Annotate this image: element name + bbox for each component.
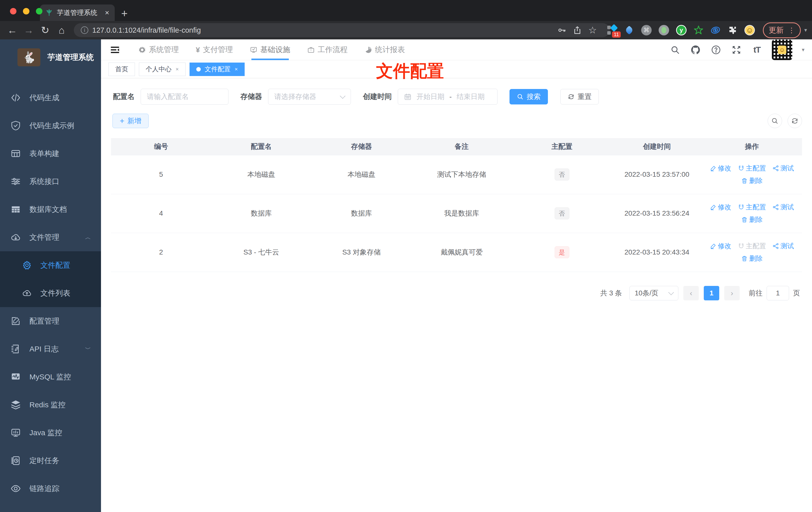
- password-key-icon[interactable]: [557, 26, 567, 35]
- reload-icon[interactable]: ↻: [38, 25, 52, 35]
- bookmark-star-icon[interactable]: ☆: [588, 25, 597, 36]
- command-extension-icon[interactable]: ⌘: [641, 25, 651, 35]
- reset-button[interactable]: 重置: [560, 89, 599, 104]
- menu-reports[interactable]: 统计报表: [356, 39, 413, 60]
- sidebar-item-java-monitor[interactable]: Java 监控: [0, 419, 101, 447]
- tab-manager-extension-icon[interactable]: 11: [607, 25, 617, 35]
- sidebar-item-code-example[interactable]: 代码生成示例: [0, 112, 101, 140]
- master-action[interactable]: 主配置: [738, 164, 766, 173]
- sidebar-item-api-log[interactable]: API 日志 ﹀: [0, 335, 101, 363]
- trash-icon: [741, 255, 748, 262]
- close-window-button[interactable]: [10, 8, 17, 14]
- font-size-icon[interactable]: tT: [751, 44, 762, 55]
- forward-icon[interactable]: →: [22, 25, 36, 35]
- master-action[interactable]: 主配置: [738, 203, 766, 212]
- sidebar-item-log-center[interactable]: 日志中心: [0, 503, 101, 512]
- edit-action[interactable]: 修改: [710, 242, 731, 250]
- delete-action[interactable]: 删除: [741, 254, 763, 263]
- y-extension-icon[interactable]: y: [676, 25, 687, 35]
- edit-square-icon: [10, 316, 21, 326]
- sidebar-item-trace[interactable]: 链路追踪: [0, 475, 101, 503]
- cloud-download-icon: [10, 232, 21, 243]
- green-dot-extension-icon[interactable]: [659, 25, 669, 35]
- master-action: 主配置: [738, 242, 766, 250]
- search-icon[interactable]: [670, 44, 680, 55]
- topbar-actions: tT ☺ ▾: [670, 40, 805, 60]
- maximize-window-button[interactable]: [36, 8, 42, 14]
- storage-select[interactable]: 请选择存储器: [268, 89, 351, 105]
- menu-payment-management[interactable]: ¥ 支付管理: [187, 39, 241, 60]
- menu-infrastructure[interactable]: 基础设施: [241, 39, 299, 60]
- show-search-button[interactable]: [767, 114, 782, 128]
- delete-action[interactable]: 删除: [741, 176, 763, 185]
- help-icon[interactable]: [710, 44, 722, 55]
- star-extension-icon[interactable]: [694, 25, 703, 35]
- close-icon[interactable]: ×: [176, 66, 179, 72]
- test-action[interactable]: 测试: [773, 242, 794, 250]
- page-size-select[interactable]: 10条/页: [630, 286, 678, 300]
- tab-close-icon[interactable]: ×: [105, 9, 109, 17]
- magnet-icon: [738, 165, 745, 172]
- overflow-caret-icon[interactable]: ▾: [804, 27, 807, 33]
- puzzle-extension-icon[interactable]: [727, 25, 737, 35]
- search-button[interactable]: 搜索: [510, 89, 548, 104]
- sidebar-logo-row[interactable]: 🐇 芋道管理系统: [0, 39, 101, 74]
- minimize-window-button[interactable]: [23, 8, 29, 14]
- fullscreen-icon[interactable]: [731, 44, 742, 55]
- menu-workflow[interactable]: 工作流程: [299, 39, 356, 60]
- sidebar-item-config-management[interactable]: 配置管理: [0, 307, 101, 335]
- sidebar-item-scheduled-jobs[interactable]: 定时任务: [0, 447, 101, 475]
- emoji-extension-icon[interactable]: ☺: [745, 25, 755, 35]
- sidebar-item-db-doc[interactable]: 数据库文档: [0, 195, 101, 223]
- collapse-sidebar-icon[interactable]: [108, 44, 122, 55]
- add-button[interactable]: + 新增: [113, 114, 149, 128]
- delete-action[interactable]: 删除: [741, 215, 763, 224]
- sidebar-item-redis-monitor[interactable]: Redis 监控: [0, 391, 101, 419]
- refresh-table-button[interactable]: [788, 114, 802, 128]
- filter-form: 配置名 请输入配置名 存储器 请选择存储器 创建时间 开始日期 - 结束日期: [111, 89, 802, 105]
- config-name-input[interactable]: 请输入配置名: [141, 89, 228, 105]
- eye-extension-icon[interactable]: [710, 25, 721, 35]
- browser-update-button[interactable]: 更新 ⋮: [763, 23, 801, 38]
- browser-menu-dots-icon[interactable]: ⋮: [788, 26, 795, 34]
- close-icon[interactable]: ×: [235, 66, 238, 72]
- tag-home[interactable]: 首页: [109, 63, 135, 76]
- sidebar-item-system-api[interactable]: 系统接口: [0, 168, 101, 195]
- next-page-button[interactable]: ›: [724, 286, 740, 300]
- avatar[interactable]: ☺: [772, 40, 792, 60]
- pencil-icon: [710, 204, 717, 210]
- col-header-created: 创建时间: [612, 138, 702, 155]
- edit-action[interactable]: 修改: [710, 203, 731, 212]
- trash-icon: [741, 178, 748, 184]
- tag-profile[interactable]: 个人中心 ×: [139, 63, 185, 76]
- browser-tab[interactable]: 芋道管理系统 ×: [40, 4, 115, 21]
- address-bar[interactable]: i 127.0.0.1:1024/infra/file/file-config: [74, 23, 610, 37]
- chevron-down-icon: ﹀: [85, 345, 91, 353]
- sidebar-item-mysql-monitor[interactable]: MySQL 监控: [0, 363, 101, 391]
- sidebar-item-file-list[interactable]: 文件列表: [0, 279, 101, 307]
- kite-extension-icon[interactable]: [624, 25, 634, 35]
- config-name-label: 配置名: [113, 92, 135, 102]
- site-info-icon[interactable]: i: [81, 26, 88, 34]
- sidebar-item-form-builder[interactable]: 表单构建: [0, 140, 101, 168]
- pie-chart-icon: [365, 46, 372, 54]
- edit-action[interactable]: 修改: [710, 164, 731, 173]
- sidebar-item-code-generation[interactable]: 代码生成: [0, 84, 101, 112]
- current-page-button[interactable]: 1: [704, 286, 719, 300]
- prev-page-button[interactable]: ‹: [683, 286, 699, 300]
- github-icon[interactable]: [690, 44, 701, 55]
- sidebar-item-file-management[interactable]: 文件管理 ︿: [0, 223, 101, 251]
- goto-page-input[interactable]: 1: [766, 286, 789, 300]
- date-range-picker[interactable]: 开始日期 - 结束日期: [398, 89, 497, 105]
- test-action[interactable]: 测试: [773, 203, 794, 212]
- home-icon[interactable]: ⌂: [54, 25, 69, 35]
- timer-book-icon: [10, 455, 21, 466]
- new-tab-button[interactable]: +: [121, 8, 128, 19]
- avatar-caret-icon[interactable]: ▾: [802, 47, 805, 53]
- tag-file-config[interactable]: 文件配置 ×: [190, 63, 245, 76]
- sidebar-item-file-config[interactable]: 文件配置: [0, 251, 101, 279]
- back-icon[interactable]: ←: [5, 25, 20, 35]
- menu-system-management[interactable]: 系统管理: [130, 39, 187, 60]
- share-icon[interactable]: [573, 26, 582, 35]
- test-action[interactable]: 测试: [773, 164, 794, 173]
